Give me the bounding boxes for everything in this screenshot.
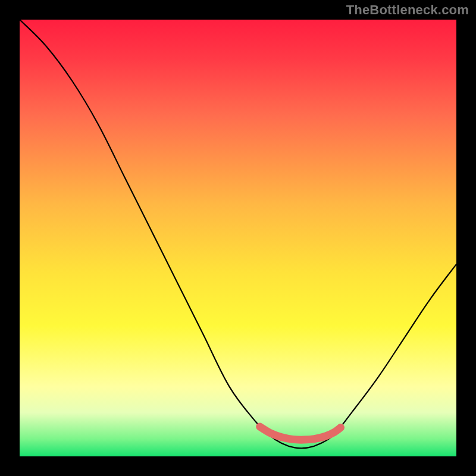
curve-layer bbox=[20, 20, 456, 456]
chart-frame: TheBottleneck.com bbox=[0, 0, 476, 476]
bottleneck-curve bbox=[20, 20, 456, 448]
optimal-range-overlay bbox=[260, 427, 341, 440]
plot-area bbox=[20, 20, 456, 456]
watermark-text: TheBottleneck.com bbox=[346, 2, 469, 18]
